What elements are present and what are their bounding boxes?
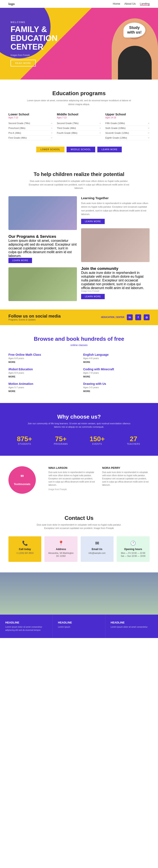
community-learn-button[interactable]: LEARN MORE xyxy=(81,294,105,299)
testimonials-label-text: Testimonials xyxy=(14,483,31,486)
social-subtitle: Programs, Events & Updates xyxy=(8,318,61,321)
why-section: Why choose us? Join our community of lif… xyxy=(0,403,158,456)
stat-number: 27 xyxy=(118,435,150,443)
middle-school-button[interactable]: MIDDLE SCHOOL xyxy=(67,147,95,152)
stat-label: STUDENTS xyxy=(8,443,41,445)
potential-right: Learning Together Duis aute irure dolor … xyxy=(81,196,150,301)
contact-address-detail: Alexandria, VA Washington DC 22302 xyxy=(48,552,74,558)
lower-school-list: Second Grade (7Mo)→ Preschool (3Mo)→ Pre… xyxy=(8,121,53,140)
class-age: Ages 6-8 years xyxy=(8,357,75,360)
class-more-button[interactable]: MORE xyxy=(83,375,150,378)
class-more-button[interactable]: MORE xyxy=(8,390,75,393)
contact-call: 📞 Call today +1 (234) 567-8910 xyxy=(8,536,41,562)
list-item: Third Grade (4Mo)→ xyxy=(57,126,101,131)
learning-learn-button[interactable]: LEARN MORE xyxy=(81,219,105,224)
logo: logo xyxy=(8,2,15,6)
nav-about[interactable]: About Us xyxy=(124,2,135,6)
lower-school-title: Lower School xyxy=(8,113,53,116)
upper-school-button[interactable]: LEARN MORE xyxy=(97,147,122,152)
stat-label: PROGRAMS xyxy=(45,443,77,445)
potential-subtitle: Duis aute irure dolor in reprehenderit i… xyxy=(26,179,132,190)
list-item: Preschool (3Mo)→ xyxy=(8,126,53,131)
community-title: Join the community xyxy=(81,266,150,271)
why-subtitle: Join our community of life long learners… xyxy=(26,422,132,429)
social-tag: #EDUCATION_CENTER xyxy=(101,316,124,318)
hero-title: FAMILY &EDUCATIONCENTER xyxy=(10,25,79,52)
contact-email: ✉ Email Us info@sample.com xyxy=(81,536,114,562)
browse-section: Browse and book hundreds of free online … xyxy=(0,325,158,403)
lower-school-button[interactable]: LOWER SCHOOL xyxy=(36,147,65,152)
footer-col-3: HEADLINE Lorem ipsum dolor sit amet cons… xyxy=(105,615,158,638)
contact-subtitle: Duis aute irure dolor in reprehenderit i… xyxy=(32,523,126,530)
list-item: Sixth Grade (10Mo)→ xyxy=(105,126,150,131)
services-text: Lorem ipsum dolor sit amet, consectetur … xyxy=(8,239,77,258)
footer-col-1: HEADLINE Lorem ipsum dolor sit amet cons… xyxy=(0,615,53,638)
class-item-minecraft: Coding with Minecraft Ages 7-9 years MOR… xyxy=(83,368,150,378)
class-title: Drawing with Us xyxy=(83,382,150,385)
clock-icon: 🕐 xyxy=(120,540,147,546)
nav-landing[interactable]: Landing xyxy=(140,2,150,6)
bottom-image xyxy=(0,572,158,615)
class-age: Ages 8-9 years xyxy=(8,372,75,374)
stat-number: 150+ xyxy=(81,435,113,443)
services-learn-button[interactable]: LEARN MORE xyxy=(8,258,32,263)
study-bubble-text: Studywith us! xyxy=(127,26,142,34)
lower-school-age: Ages 7-13 xyxy=(8,117,53,119)
list-item: Fourth Grade (9Mo)→ xyxy=(57,131,101,135)
upper-school-list: Fifth Grade (10Mo)→ Sixth Grade (10Mo)→ … xyxy=(105,121,150,140)
person-body xyxy=(118,46,152,80)
footer-text-1: Lorem ipsum dolor sit amet consectetur a… xyxy=(5,625,47,632)
learning-text: Duis aute irure dolor in reprehenderit i… xyxy=(81,202,150,216)
social-right: #EDUCATION_CENTER in f ◎ xyxy=(101,314,150,320)
list-item: Pre-K (4Mo)→ xyxy=(8,131,53,135)
community-from: Image from Freepik xyxy=(81,290,150,292)
footer-text-3: Lorem ipsum dolor sit amet consectetur. xyxy=(111,625,153,628)
contact-hours: 🕐 Opening hours Mon — Fri 10:00 — 22:00 … xyxy=(117,536,150,562)
nav-home[interactable]: Home xyxy=(113,2,120,6)
instagram-icon[interactable]: ◎ xyxy=(144,314,150,320)
list-item: Eighth Grade (13Mo)→ xyxy=(105,135,150,140)
class-more-button[interactable]: MORE xyxy=(8,375,75,378)
programs-subtitle: Lorem ipsum dolor sit amet, consectetur … xyxy=(26,99,132,106)
contact-grid: 📞 Call today +1 (234) 567-8910 📍 Address… xyxy=(8,536,150,562)
contact-call-title: Call today xyxy=(11,548,38,551)
stat-label: EVENTS xyxy=(81,443,113,445)
upper-school-col: Upper School Ages 14-18 Fifth Grade (10M… xyxy=(105,113,150,140)
linkedin-icon[interactable]: in xyxy=(127,314,133,320)
middle-school-age: Ages 7-13 xyxy=(57,117,101,119)
testimonial-text: Duis aute irure dolor in reprehenderit i… xyxy=(48,471,96,487)
class-title: Motion Animation xyxy=(8,382,75,385)
education-programs-section: Education programs Lorem ipsum dolor sit… xyxy=(0,80,158,163)
class-more-button[interactable]: MORE xyxy=(83,390,150,393)
stat-label: TEACHERS xyxy=(118,443,150,445)
browse-title: Browse and book hundreds of free xyxy=(8,336,150,342)
hero-read-more-button[interactable]: READ MORE xyxy=(10,60,36,66)
learning-photo xyxy=(81,228,150,262)
stats-grid: 875+ STUDENTS 75+ PROGRAMS 150+ EVENTS 2… xyxy=(8,435,150,445)
children-group-image xyxy=(8,196,77,230)
learning-block: Learning Together Duis aute irure dolor … xyxy=(81,196,150,224)
program-buttons: LOWER SCHOOL MIDDLE SCHOOL LEARN MORE xyxy=(8,147,150,152)
list-item: Fifth Grade (10Mo)→ xyxy=(105,121,150,126)
class-more-button[interactable]: MORE xyxy=(8,361,75,363)
middle-school-col: Middle School Ages 7-13 Second Grade (7M… xyxy=(57,113,101,140)
hero-left: WELCOME FAMILY &EDUCATIONCENTER Images f… xyxy=(0,12,87,75)
study-bubble: Studywith us! xyxy=(123,23,145,37)
navigation: logo Home About Us Landing xyxy=(0,0,158,8)
class-item-animation: Motion Animation Ages 5-7 years MORE xyxy=(8,382,75,393)
contact-email-title: Email Us xyxy=(84,548,110,551)
programs-grid: Lower School Ages 7-13 Second Grade (7Mo… xyxy=(8,113,150,140)
class-item-math: Free Online Math Class Ages 6-8 years MO… xyxy=(8,353,75,363)
class-more-button[interactable]: MORE xyxy=(83,361,150,363)
class-item-drawing: Drawing with Us Ages 3-5 years MORE xyxy=(83,382,150,393)
community-text: Duis aute irure dolor in reprehenderit i… xyxy=(81,271,150,290)
contact-call-detail: +1 (234) 567-8910 xyxy=(11,552,38,555)
testimonial-nina: NINA LARSON Duis aute irure dolor in rep… xyxy=(48,466,96,491)
social-title: Follow us on social media xyxy=(8,314,61,318)
facebook-icon[interactable]: f xyxy=(135,314,141,320)
footer-col-2: HEADLINE Lorem Ipsum xyxy=(53,615,105,638)
nav-links: Home About Us Landing xyxy=(113,2,150,6)
stat-programs: 75+ PROGRAMS xyxy=(45,435,77,445)
class-title: Coding with Minecraft xyxy=(83,368,150,371)
email-icon: ✉ xyxy=(84,540,110,546)
